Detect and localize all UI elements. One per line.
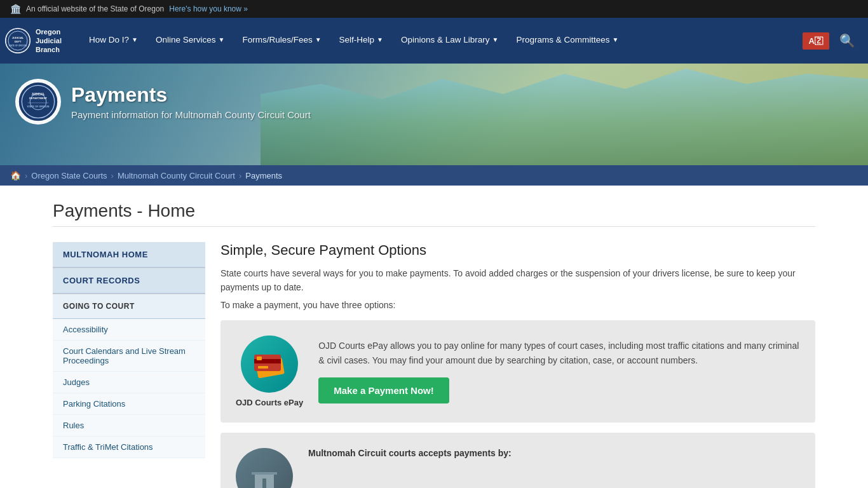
epay-description: OJD Courts ePay allows you to pay online… — [318, 339, 800, 367]
breadcrumb: 🏠 › Oregon State Courts › Multnomah Coun… — [0, 165, 868, 186]
building-icon — [248, 461, 280, 488]
chevron-down-icon: ▼ — [132, 36, 138, 43]
intro-paragraph-2: To make a payment, you have three option… — [220, 300, 815, 310]
main-container: Payments - Home MULTNOMAH HOME COURT REC… — [27, 186, 841, 488]
main-content-area: Simple, Secure Payment Options State cou… — [220, 242, 815, 488]
nav-forms-rules-fees[interactable]: Forms/Rules/Fees ▼ — [233, 18, 330, 64]
sidebar-link-rules[interactable]: Rules — [53, 415, 205, 437]
svg-point-5 — [18, 82, 58, 121]
nav-self-help[interactable]: Self-Help ▼ — [330, 18, 392, 64]
flag-icon: 🏛️ — [10, 4, 21, 14]
payment2-info: Multnomah Circuit courts accepts payment… — [308, 448, 512, 463]
hero-subtitle: Payment information for Multnomah County… — [71, 109, 311, 120]
search-icon: 🔍 — [839, 34, 855, 48]
main-navigation: JUDICIAL DEPT STATE OF OREGON Oregon Jud… — [0, 18, 868, 64]
content-layout: MULTNOMAH HOME COURT RECORDS GOING TO CO… — [53, 242, 815, 488]
hero-text: Payments Payment information for Multnom… — [71, 83, 311, 120]
breadcrumb-oregon-courts[interactable]: Oregon State Courts — [31, 171, 107, 180]
make-payment-button[interactable]: Make a Payment Now! — [318, 377, 449, 403]
svg-text:STATE OF OREGON: STATE OF OREGON — [9, 44, 27, 47]
search-button[interactable]: 🔍 — [832, 28, 863, 53]
site-logo[interactable]: JUDICIAL DEPT STATE OF OREGON Oregon Jud… — [5, 27, 75, 55]
svg-text:DEPARTMENT: DEPARTMENT — [29, 97, 48, 100]
chevron-down-icon: ▼ — [377, 36, 383, 43]
ojd-epay-card: OJD Courts ePay OJD Courts ePay allows y… — [220, 320, 815, 423]
chevron-down-icon: ▼ — [492, 36, 499, 43]
sidebar-link-court-calendars[interactable]: Court Calendars and Live Stream Proceedi… — [53, 341, 205, 372]
hero-banner: JUDICIAL DEPARTMENT STATE OF OREGON Paym… — [0, 64, 868, 165]
credit-card-icon — [250, 348, 288, 380]
epay-icon-circle — [241, 336, 298, 393]
sidebar-link-judges[interactable]: Judges — [53, 372, 205, 393]
top-bar: 🏛️ An official website of the State of O… — [0, 0, 868, 18]
svg-text:JUDICIAL: JUDICIAL — [31, 93, 44, 96]
nav-programs-committees[interactable]: Programs & Committees ▼ — [508, 18, 628, 64]
home-icon: 🏠 — [10, 170, 21, 180]
chevron-down-icon: ▼ — [613, 36, 619, 43]
how-you-know-link[interactable]: Here's how you know » — [169, 4, 248, 13]
epay-label: OJD Courts ePay — [236, 398, 303, 407]
logo-text: Oregon Judicial Branch — [36, 27, 62, 55]
official-text: An official website of the State of Oreg… — [26, 4, 164, 13]
epay-info: OJD Courts ePay allows you to pay online… — [318, 339, 800, 403]
nav-opinions-law-library[interactable]: Opinions & Law Library ▼ — [392, 18, 507, 64]
section-title: Simple, Secure Payment Options — [220, 242, 815, 259]
breadcrumb-multnomah[interactable]: Multnomah County Circuit Court — [118, 171, 235, 180]
svg-rect-16 — [257, 356, 262, 360]
svg-rect-18 — [252, 472, 277, 475]
nav-how-do-i[interactable]: How Do I? ▼ — [80, 18, 147, 64]
intro-paragraph-1: State courts have several ways for you t… — [220, 266, 815, 295]
breadcrumb-current: Payments — [245, 171, 282, 180]
epay-icon-area: OJD Courts ePay — [236, 336, 303, 407]
nav-right-controls: A🇿 🔍 — [803, 28, 863, 53]
sidebar-link-accessibility[interactable]: Accessibility — [53, 319, 205, 341]
sidebar: MULTNOMAH HOME COURT RECORDS GOING TO CO… — [53, 242, 205, 488]
nav-items: How Do I? ▼ Online Services ▼ Forms/Rule… — [80, 18, 803, 64]
svg-rect-15 — [258, 366, 268, 369]
sidebar-link-parking-citations[interactable]: Parking Citations — [53, 393, 205, 415]
nav-online-services[interactable]: Online Services ▼ — [147, 18, 233, 64]
chevron-down-icon: ▼ — [218, 36, 224, 43]
seal-logo: JUDICIAL DEPT STATE OF OREGON — [5, 28, 31, 53]
svg-text:DEPT: DEPT — [15, 40, 22, 43]
svg-text:JUDICIAL: JUDICIAL — [12, 36, 24, 39]
sidebar-multnomah-home[interactable]: MULTNOMAH HOME — [53, 242, 205, 268]
sidebar-court-records[interactable]: COURT RECORDS — [53, 268, 205, 294]
sidebar-going-to-court[interactable]: GOING TO COURT — [53, 294, 205, 319]
payment-card-2: Multnomah Circuit courts accepts payment… — [220, 433, 815, 488]
chevron-down-icon: ▼ — [315, 36, 322, 43]
svg-text:STATE OF OREGON: STATE OF OREGON — [27, 105, 50, 108]
payment2-header: Multnomah Circuit courts accepts payment… — [308, 448, 512, 458]
page-title: Payments - Home — [53, 201, 815, 227]
payment2-icon — [236, 448, 293, 488]
sidebar-link-traffic-trimet[interactable]: Traffic & TriMet Citations — [53, 437, 205, 458]
translate-button[interactable]: A🇿 — [803, 32, 829, 50]
svg-rect-19 — [262, 478, 266, 488]
hero-title: Payments — [71, 83, 311, 107]
hero-seal: JUDICIAL DEPARTMENT STATE OF OREGON — [15, 79, 61, 125]
